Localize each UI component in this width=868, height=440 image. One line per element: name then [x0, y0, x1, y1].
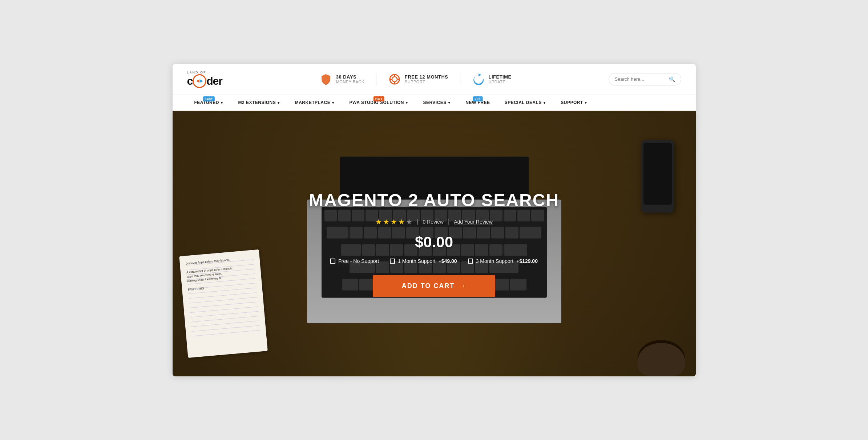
product-price: $0.00	[309, 233, 559, 251]
add-review-link[interactable]: Add Your Review	[454, 219, 493, 225]
page-wrapper: LAND OF c ◀ ▶ der	[173, 64, 696, 376]
nav-badge-featured: 148+	[203, 96, 215, 101]
nav-item-pwa[interactable]: HOT PWA STUDIO SOLUTION▼	[342, 95, 416, 110]
nav-item-support[interactable]: SUPPORT▼	[553, 95, 595, 110]
option-3month-label: 3 Month Support	[476, 258, 514, 264]
nav-item-marketplace[interactable]: MARKETPLACE▼	[288, 95, 342, 110]
chevron-down-icon: ▼	[277, 101, 280, 105]
chevron-down-icon: ▼	[543, 101, 546, 105]
phone-screen	[643, 143, 672, 205]
search-icon[interactable]: 🔍	[669, 76, 675, 82]
nav-badge-pwa: HOT	[374, 96, 385, 101]
chevron-down-icon: ▼	[584, 101, 588, 105]
add-to-cart-button[interactable]: ADD TO CART →	[373, 275, 496, 297]
nav-item-special-deals[interactable]: SPECIAL DEALS▼	[497, 95, 554, 110]
svg-point-1	[392, 77, 397, 82]
option-1month-price: +$49.00	[439, 258, 457, 264]
chevron-down-icon: ▼	[220, 101, 223, 105]
option-1month-label: 1 Month Support	[398, 258, 436, 264]
hero-section: Discover Apps before they launch. A cura…	[173, 111, 696, 376]
option-1month-checkbox[interactable]	[390, 259, 395, 264]
lifetime-text: LIFETIME UPDATE	[489, 74, 512, 84]
add-to-cart-arrow: →	[459, 282, 466, 290]
stars-rating: ★ ★ ★ ★ ★	[375, 217, 412, 226]
hero-title: MAGENTO 2 AUTO SEARCH	[309, 190, 559, 210]
money-back-badge: 30 DAYS MONEY BACK	[319, 73, 376, 86]
logo-land-of: LAND OF	[187, 71, 206, 74]
option-3month-price: +$129.00	[516, 258, 538, 264]
stars-row: ★ ★ ★ ★ ★ | 0 Review | Add Your Review	[309, 217, 559, 226]
header-badges: 30 DAYS MONEY BACK FREE	[222, 73, 609, 86]
coffee-cup-decoration	[638, 340, 685, 376]
nav-item-featured[interactable]: 148+ FEATURED▼	[187, 95, 231, 110]
chevron-down-icon: ▼	[405, 101, 408, 105]
support-options: Free - No Support 1 Month Support +$49.0…	[309, 258, 559, 264]
option-free-checkbox[interactable]	[330, 259, 335, 264]
search-box[interactable]: 🔍	[609, 73, 681, 85]
star-4: ★	[398, 217, 405, 226]
arrow-left-icon: ◀	[196, 79, 199, 83]
add-to-cart-label: ADD TO CART	[402, 282, 455, 290]
notebook-decoration: Discover Apps before they launch. A cura…	[179, 249, 268, 357]
option-3month-checkbox[interactable]	[468, 259, 473, 264]
nav-item-services[interactable]: SERVICES▼	[416, 95, 458, 110]
lifebuoy-icon	[388, 73, 401, 86]
star-3: ★	[391, 217, 397, 226]
money-back-text: 30 DAYS MONEY BACK	[336, 74, 364, 84]
option-1month[interactable]: 1 Month Support +$49.00	[390, 258, 457, 264]
shield-icon	[319, 73, 332, 86]
logo-icon-circle: ◀ ▶	[193, 74, 206, 88]
refresh-icon	[472, 73, 485, 86]
star-1: ★	[375, 217, 382, 226]
logo[interactable]: LAND OF c ◀ ▶ der	[187, 71, 222, 88]
chevron-down-icon: ▼	[331, 101, 335, 105]
header: LAND OF c ◀ ▶ der	[173, 64, 696, 95]
support-badge: FREE 12 MONTHS SUPPORT	[388, 73, 460, 86]
lifetime-badge: LIFETIME UPDATE	[472, 73, 512, 86]
logo-c: c	[187, 75, 193, 87]
star-5: ★	[406, 217, 412, 226]
nav-item-m2[interactable]: M2 EXTENSIONS▼	[231, 95, 287, 110]
nav-badge-new-free: 20+	[473, 96, 483, 101]
star-2: ★	[383, 217, 389, 226]
hero-content: MAGENTO 2 AUTO SEARCH ★ ★ ★ ★ ★ | 0 Revi…	[302, 183, 566, 304]
option-free-label: Free - No Support	[338, 258, 379, 264]
main-nav: 148+ FEATURED▼ M2 EXTENSIONS▼ MARKETPLAC…	[173, 95, 696, 111]
option-free[interactable]: Free - No Support	[330, 258, 379, 264]
search-input[interactable]	[615, 76, 666, 82]
nav-item-new-free[interactable]: 20+ NEW FREE	[458, 95, 497, 110]
review-count: 0 Review	[423, 219, 444, 225]
logo-der: der	[206, 75, 222, 87]
support-text: FREE 12 MONTHS SUPPORT	[405, 74, 448, 84]
option-3month[interactable]: 3 Month Support +$129.00	[468, 258, 538, 264]
arrow-right-icon: ▶	[200, 79, 203, 83]
phone-decoration	[641, 140, 674, 213]
chevron-down-icon: ▼	[448, 101, 451, 105]
